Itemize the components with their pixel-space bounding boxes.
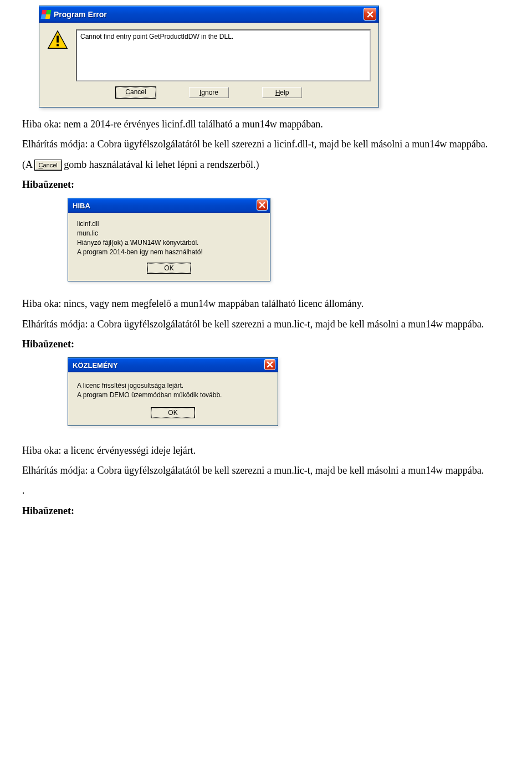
paragraph-fix-3: Elhárítás módja: a Cobra ügyfélszolgálat…	[22, 464, 510, 477]
paragraph-fix-1: Elhárítás módja: a Cobra ügyfélszolgálat…	[22, 137, 510, 151]
paragraph-cause-3: Hiba oka: a licenc érvényességi ideje le…	[22, 444, 510, 457]
dialog-content: A licenc frissítési jogosultsága lejárt.…	[68, 372, 278, 406]
program-error-dialog: Program Error Cannot find entry point Ge…	[39, 6, 379, 107]
paragraph-cancel-note: (A Cancel gomb használatával ki lehet lé…	[22, 158, 510, 171]
dialog-body: Cannot find entry point GetProductIdDW i…	[39, 23, 378, 85]
error-message-text: Cannot find entry point GetProductIdDW i…	[80, 33, 233, 40]
error-message-box: Cannot find entry point GetProductIdDW i…	[76, 29, 371, 81]
kozlemeny-line-2: A program DEMO üzemmódban működik tovább…	[77, 391, 269, 400]
dialog-titlebar[interactable]: HIBA	[68, 198, 270, 213]
dialog-titlebar[interactable]: Program Error	[39, 6, 378, 23]
hiba-line-4: A program 2014-ben így nem használható!	[77, 248, 261, 257]
close-button[interactable]	[364, 8, 376, 20]
paragraph-fix-2: Elhárítás módja: a Cobra ügyfélszolgálat…	[22, 317, 510, 331]
paragraph-cause-2: Hiba oka: nincs, vagy nem megfelelő a mu…	[22, 297, 510, 310]
paragraph-dot: .	[22, 484, 510, 497]
close-icon	[259, 202, 265, 208]
dialog-button-row: OK	[68, 406, 278, 425]
windows-flag-icon	[41, 10, 52, 19]
dialog-title: HIBA	[70, 202, 90, 210]
close-icon	[267, 361, 273, 368]
dialog-titlebar[interactable]: KÖZLEMÉNY	[68, 358, 278, 372]
dialog-content: licinf.dll mun.lic Hiányzó fájl(ok) a \M…	[68, 213, 270, 261]
hiba-line-1: licinf.dll	[77, 219, 261, 229]
svg-rect-2	[57, 44, 59, 47]
dialog-button-row: OK	[68, 261, 270, 281]
heading-error-2: Hibaüzenet:	[22, 337, 510, 351]
paragraph-cause-1: Hiba oka: nem a 2014-re érvényes licinf.…	[22, 117, 510, 131]
kozlemeny-dialog: KÖZLEMÉNY A licenc frissítési jogosultsá…	[68, 357, 278, 426]
hiba-line-2: mun.lic	[77, 229, 261, 238]
heading-error-1: Hibaüzenet:	[22, 178, 510, 191]
dialog-title: Program Error	[54, 10, 107, 19]
heading-error-3: Hibaüzenet:	[22, 504, 510, 517]
dialog-button-row: Cancel Ignore Help	[39, 85, 378, 107]
hiba-line-3: Hiányzó fájl(ok) a \MUN14W könyvtárból.	[77, 238, 261, 248]
kozlemeny-line-1: A licenc frissítési jogosultsága lejárt.	[77, 381, 269, 391]
dialog-title: KÖZLEMÉNY	[70, 361, 118, 370]
close-button[interactable]	[257, 199, 268, 211]
cancel-button[interactable]: Cancel	[116, 87, 156, 98]
inline-cancel-button: Cancel	[35, 160, 62, 170]
svg-rect-1	[57, 35, 59, 42]
close-button[interactable]	[264, 359, 275, 370]
ok-button[interactable]: OK	[151, 408, 195, 418]
help-button[interactable]: Help	[262, 87, 302, 98]
hiba-dialog: HIBA licinf.dll mun.lic Hiányzó fájl(ok)…	[68, 198, 270, 281]
ok-button[interactable]: OK	[147, 263, 191, 273]
warning-icon	[47, 29, 68, 50]
ignore-button[interactable]: Ignore	[189, 87, 229, 98]
close-icon	[367, 11, 374, 18]
